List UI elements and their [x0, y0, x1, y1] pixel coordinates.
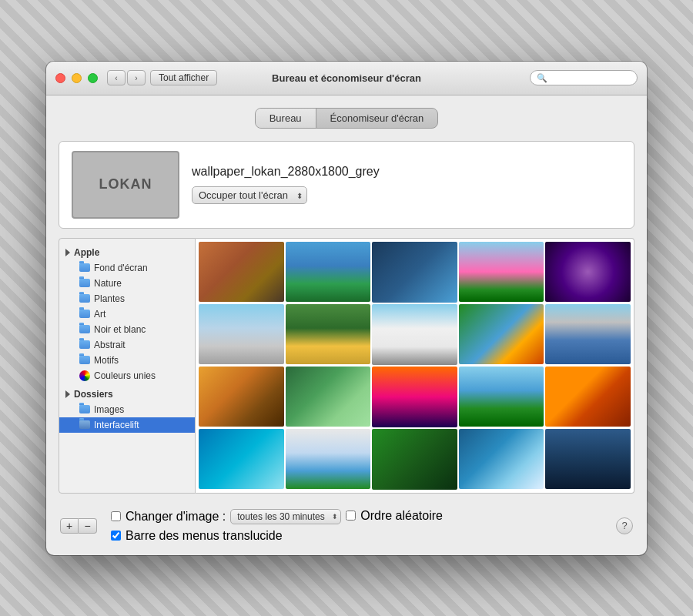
sidebar-item-motifs[interactable]: Motifs	[59, 353, 195, 368]
folder-icon	[79, 263, 90, 272]
folder-icon	[79, 294, 90, 303]
folder-icon	[79, 340, 90, 349]
preview-info: wallpaper_lokan_2880x1800_grey Occuper t…	[192, 165, 380, 204]
sidebar-item-couleurs-unies-label: Couleurs unies	[94, 370, 156, 381]
sidebar: Apple Fond d'écran Nature Plantes	[59, 238, 196, 494]
wallpaper-thumb-17[interactable]	[286, 429, 371, 490]
sidebar-item-fond-ecran[interactable]: Fond d'écran	[59, 260, 195, 276]
translucid-checkbox[interactable]	[111, 531, 121, 541]
preview-section: LOKAN wallpaper_lokan_2880x1800_grey Occ…	[59, 141, 634, 229]
search-box: 🔍	[530, 70, 638, 85]
triangle-icon	[65, 249, 70, 256]
folder-icon	[79, 279, 90, 287]
wallpaper-thumb-12[interactable]	[286, 367, 371, 427]
sidebar-group-apple[interactable]: Apple	[59, 245, 195, 260]
sidebar-item-motifs-label: Motifs	[94, 355, 119, 366]
sidebar-item-couleurs-unies[interactable]: Couleurs unies	[59, 368, 195, 383]
wallpaper-thumb-5[interactable]	[545, 242, 631, 303]
tabs: Bureau Économiseur d'écran	[255, 108, 439, 129]
bottom-left-controls: Changer d'image : toutes les 30 minutes …	[111, 509, 611, 543]
folder-icon	[79, 405, 90, 413]
wallpaper-thumb-18[interactable]	[372, 429, 457, 490]
sidebar-item-art-label: Art	[94, 309, 105, 320]
sidebar-item-nature[interactable]: Nature	[59, 276, 195, 291]
tab-bureau[interactable]: Bureau	[256, 109, 316, 128]
wallpaper-thumb-19[interactable]	[459, 429, 544, 490]
sidebar-item-plantes-label: Plantes	[94, 293, 125, 304]
translucid-label: Barre des menus translucide	[126, 529, 283, 543]
triangle-icon	[65, 390, 70, 398]
sidebar-item-abstrait-label: Abstrait	[94, 340, 126, 350]
sidebar-item-noir-blanc[interactable]: Noir et blanc	[59, 322, 195, 337]
folder-icon	[79, 325, 90, 333]
nav-buttons: ‹ ›	[107, 70, 146, 85]
sidebar-item-art[interactable]: Art	[59, 306, 195, 322]
wallpaper-thumb-14[interactable]	[459, 367, 544, 427]
search-input[interactable]	[551, 72, 631, 83]
wallpaper-thumb-6[interactable]	[199, 304, 284, 365]
random-order-checkbox[interactable]	[346, 511, 356, 521]
wallpaper-thumb-16[interactable]	[199, 429, 284, 490]
remove-button[interactable]: −	[79, 518, 97, 534]
folder-icon	[79, 420, 90, 429]
forward-button[interactable]: ›	[127, 70, 146, 85]
search-icon: 🔍	[537, 73, 547, 83]
tabs-container: Bureau Économiseur d'écran	[59, 108, 634, 129]
wallpaper-thumb-9[interactable]	[459, 304, 544, 365]
preview-thumbnail: LOKAN	[72, 151, 179, 219]
sidebar-item-images-label: Images	[94, 404, 124, 415]
sidebar-item-noir-blanc-label: Noir et blanc	[94, 324, 146, 335]
wallpaper-name: wallpaper_lokan_2880x1800_grey	[192, 165, 380, 179]
sidebar-item-abstrait[interactable]: Abstrait	[59, 337, 195, 353]
wallpaper-thumb-13[interactable]	[372, 367, 457, 427]
folder-icon	[79, 310, 90, 318]
change-image-row: Changer d'image : toutes les 30 minutes …	[111, 509, 341, 524]
minimize-button[interactable]	[72, 73, 82, 83]
add-button[interactable]: +	[60, 518, 79, 534]
sidebar-item-images[interactable]: Images	[59, 402, 195, 417]
window-controls	[55, 73, 98, 83]
wallpaper-thumb-4[interactable]	[459, 242, 544, 303]
bottom-section: + − Changer d'image : toutes les 30 minu…	[59, 503, 634, 543]
back-button[interactable]: ‹	[107, 70, 126, 85]
wallpaper-thumb-20[interactable]	[545, 429, 631, 490]
sidebar-group-dossiers[interactable]: Dossiers	[59, 387, 195, 402]
color-wheel-icon	[79, 370, 90, 381]
translucid-row: Barre des menus translucide	[111, 529, 283, 543]
dropdown-row: Occuper tout l'écran Adapter Centrer Mos…	[192, 186, 380, 204]
tout-afficher-button[interactable]: Tout afficher	[150, 70, 217, 85]
random-order-row: Ordre aléatoire	[346, 509, 443, 523]
wallpaper-thumb-11[interactable]	[199, 367, 284, 427]
add-remove-buttons: + −	[60, 518, 97, 534]
main-content: LOKAN wallpaper_lokan_2880x1800_grey Occ…	[59, 141, 634, 543]
sidebar-group-apple-label: Apple	[74, 247, 99, 258]
wallpaper-thumb-15[interactable]	[545, 367, 631, 427]
close-button[interactable]	[55, 73, 65, 83]
wallpaper-thumb-3[interactable]	[372, 242, 457, 303]
lower-section: Apple Fond d'écran Nature Plantes	[59, 238, 634, 494]
random-order-label: Ordre aléatoire	[360, 509, 443, 523]
help-button[interactable]: ?	[616, 517, 633, 534]
fit-dropdown[interactable]: Occuper tout l'écran Adapter Centrer Mos…	[192, 186, 307, 204]
change-image-label: Changer d'image :	[126, 510, 226, 524]
forward-icon: ›	[135, 74, 137, 82]
wallpaper-thumb-8[interactable]	[372, 304, 457, 365]
tab-economiseur[interactable]: Économiseur d'écran	[316, 109, 438, 128]
back-icon: ‹	[115, 74, 117, 82]
sidebar-item-interfacelift-label: Interfacelift	[94, 420, 139, 430]
time-dropdown-wrapper: toutes les 30 minutes toutes les 5 minut…	[230, 509, 341, 524]
wallpaper-thumb-1[interactable]	[199, 242, 284, 303]
fit-dropdown-wrapper: Occuper tout l'écran Adapter Centrer Mos…	[192, 186, 307, 204]
window-body: Bureau Économiseur d'écran LOKAN wallpap…	[46, 95, 647, 555]
wallpaper-thumb-10[interactable]	[545, 304, 631, 365]
wallpaper-thumb-2[interactable]	[286, 242, 371, 303]
titlebar: ‹ › Tout afficher Bureau et économiseur …	[46, 62, 647, 95]
sidebar-item-interfacelift[interactable]: Interfacelift	[59, 417, 195, 433]
change-image-checkbox[interactable]	[111, 511, 121, 521]
sidebar-item-plantes[interactable]: Plantes	[59, 291, 195, 306]
sidebar-item-fond-ecran-label: Fond d'écran	[94, 263, 148, 273]
time-dropdown[interactable]: toutes les 30 minutes toutes les 5 minut…	[230, 509, 341, 524]
wallpaper-thumb-7[interactable]	[286, 304, 371, 365]
wallpaper-grid	[196, 238, 634, 494]
maximize-button[interactable]	[88, 73, 98, 83]
